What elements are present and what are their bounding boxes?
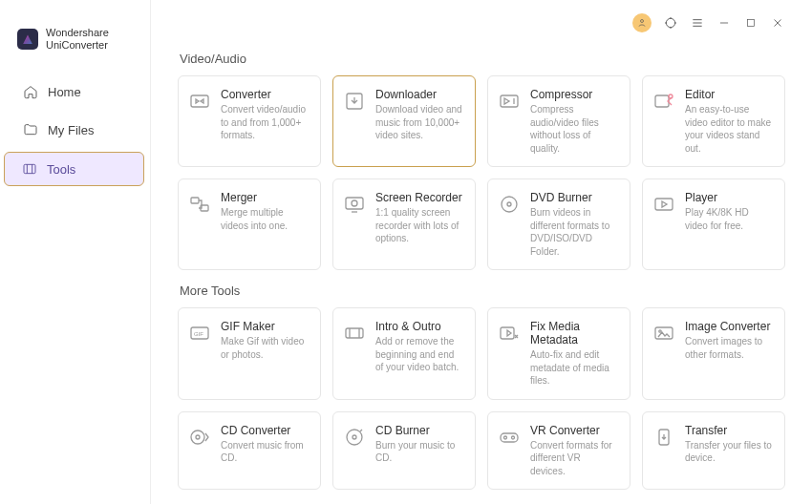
player-icon <box>652 193 675 216</box>
svg-rect-7 <box>655 95 669 107</box>
svg-point-28 <box>512 436 515 439</box>
card-transfer[interactable]: Transfer Transfer your files to device. <box>642 411 785 491</box>
sidebar: Wondershare UniConverter Home My Files T… <box>0 0 151 504</box>
card-editor[interactable]: Editor An easy-to-use video editor to ma… <box>642 75 785 167</box>
main-panel: Video/Audio Converter Convert video/audi… <box>151 0 812 504</box>
card-player[interactable]: Player Play 4K/8K HD video for free. <box>642 178 785 270</box>
svg-point-1 <box>641 20 644 23</box>
card-compressor[interactable]: Compressor Compress audio/video files wi… <box>487 75 630 167</box>
card-gif-maker[interactable]: GIF GIF Maker Make Gif with video or pho… <box>178 307 321 400</box>
svg-rect-15 <box>655 199 673 210</box>
sidebar-item-label: Home <box>48 85 81 99</box>
svg-point-25 <box>353 435 356 439</box>
card-desc: Play 4K/8K HD video for free. <box>685 206 773 232</box>
user-avatar-icon[interactable] <box>632 13 652 32</box>
editor-icon <box>652 90 675 113</box>
svg-rect-9 <box>191 198 199 203</box>
card-merger[interactable]: Merger Merge multiple videos into one. <box>178 178 321 270</box>
sidebar-item-label: Tools <box>47 162 75 177</box>
menu-icon[interactable] <box>690 15 705 31</box>
brand-name-line2: UniConverter <box>46 39 109 52</box>
card-cd-converter[interactable]: CD Converter Convert music from CD. <box>178 411 321 491</box>
svg-rect-18 <box>346 328 363 338</box>
intro-outro-icon <box>343 322 366 345</box>
minimize-button[interactable] <box>716 15 732 31</box>
sidebar-item-label: My Files <box>48 123 94 137</box>
card-desc: Make Gif with video or photos. <box>221 335 309 361</box>
cd-burner-icon <box>343 426 366 449</box>
close-button[interactable] <box>770 15 785 31</box>
transfer-icon <box>652 426 675 449</box>
card-title: Image Converter <box>685 320 773 333</box>
card-title: CD Converter <box>221 424 309 437</box>
card-desc: Compress audio/video files without loss … <box>530 103 618 155</box>
svg-rect-26 <box>501 433 518 442</box>
card-desc: Convert music from CD. <box>221 439 309 465</box>
merger-icon <box>188 193 211 216</box>
card-desc: Auto-fix and edit metadate of media file… <box>530 348 618 388</box>
brand-text: Wondershare UniConverter <box>46 27 109 52</box>
svg-point-23 <box>196 435 200 439</box>
home-icon <box>23 84 38 99</box>
card-title: VR Converter <box>530 424 618 437</box>
card-intro-outro[interactable]: Intro & Outro Add or remove the beginnin… <box>332 307 476 400</box>
maximize-button[interactable] <box>743 15 759 31</box>
card-title: DVD Burner <box>530 191 618 204</box>
card-desc: Download video and music from 10,000+ vi… <box>375 103 463 142</box>
card-screen-recorder[interactable]: Screen Recorder 1:1 quality screen recor… <box>332 178 476 270</box>
svg-point-2 <box>666 18 674 27</box>
converter-icon <box>188 90 211 113</box>
brand-name-line1: Wondershare <box>46 27 109 39</box>
card-desc: Transfer your files to device. <box>685 439 773 465</box>
svg-rect-0 <box>24 165 35 174</box>
app-window: Wondershare UniConverter Home My Files T… <box>0 0 812 504</box>
card-desc: An easy-to-use video editor to make your… <box>685 103 773 155</box>
image-converter-icon <box>652 322 675 345</box>
svg-point-14 <box>507 202 511 206</box>
card-vr-converter[interactable]: VR Converter Convert formats for differe… <box>487 411 630 491</box>
cd-converter-icon <box>188 426 211 449</box>
svg-point-21 <box>659 330 661 332</box>
more-tools-grid: GIF GIF Maker Make Gif with video or pho… <box>178 307 785 490</box>
svg-point-24 <box>347 430 362 445</box>
card-title: Editor <box>685 88 773 101</box>
card-desc: 1:1 quality screen recorder with lots of… <box>375 206 463 245</box>
card-title: GIF Maker <box>221 320 309 333</box>
sidebar-item-tools[interactable]: Tools <box>4 152 144 186</box>
card-title: Player <box>685 191 773 204</box>
card-title: Fix Media Metadata <box>530 320 618 346</box>
titlebar <box>178 0 785 38</box>
app-logo-icon <box>17 29 38 50</box>
vr-converter-icon <box>498 426 521 449</box>
card-title: Downloader <box>375 88 463 101</box>
card-converter[interactable]: Converter Convert video/audio to and fro… <box>178 75 321 167</box>
card-fix-metadata[interactable]: Fix Media Metadata Auto-fix and edit met… <box>487 307 630 400</box>
card-desc: Burn videos in different formats to DVD/… <box>530 206 618 258</box>
card-dvd-burner[interactable]: DVD Burner Burn videos in different form… <box>487 178 630 270</box>
folder-icon <box>23 122 38 137</box>
svg-point-8 <box>669 94 673 98</box>
card-title: Converter <box>221 88 309 101</box>
video-audio-grid: Converter Convert video/audio to and fro… <box>178 75 785 270</box>
sidebar-item-home[interactable]: Home <box>6 75 144 108</box>
card-downloader[interactable]: Downloader Download video and music from… <box>332 75 476 167</box>
brand: Wondershare UniConverter <box>0 27 150 71</box>
card-desc: Convert video/audio to and from 1,000+ f… <box>221 103 309 142</box>
svg-point-27 <box>504 436 507 439</box>
svg-text:GIF: GIF <box>194 331 203 337</box>
card-cd-burner[interactable]: CD Burner Burn your music to CD. <box>332 411 476 491</box>
card-title: Compressor <box>530 88 618 101</box>
card-desc: Burn your music to CD. <box>375 439 463 465</box>
section-title-video-audio: Video/Audio <box>180 52 785 66</box>
metadata-icon <box>498 322 521 345</box>
svg-rect-20 <box>655 327 673 339</box>
card-image-converter[interactable]: Image Converter Convert images to other … <box>642 307 785 400</box>
tools-icon <box>22 161 37 177</box>
sidebar-item-myfiles[interactable]: My Files <box>6 114 144 146</box>
card-desc: Convert images to other formats. <box>685 335 773 361</box>
support-icon[interactable] <box>663 15 678 31</box>
downloader-icon <box>343 90 366 113</box>
screen-recorder-icon <box>343 193 366 216</box>
card-title: Screen Recorder <box>375 191 463 204</box>
compressor-icon <box>498 90 521 113</box>
